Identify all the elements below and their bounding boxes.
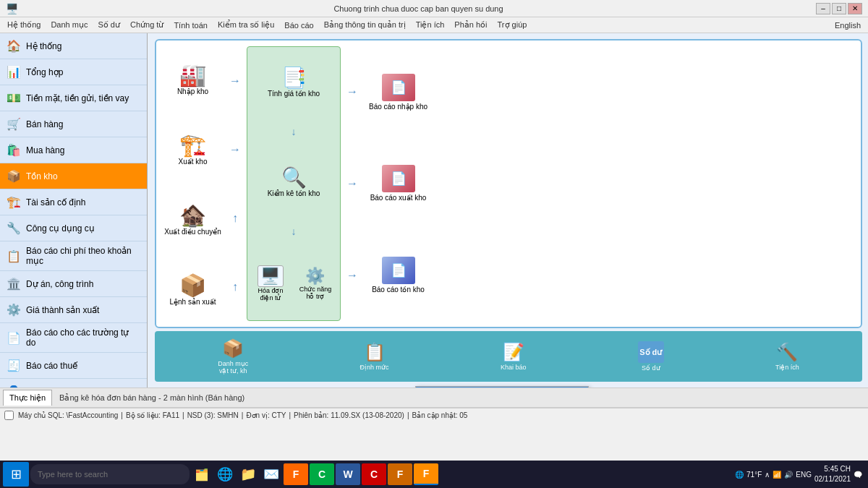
duancongtinh-icon: 🏛️ [6, 276, 22, 292]
menu-sodu[interactable]: Số dư [93, 19, 124, 31]
sidebar-item-baocaochiphi[interactable]: 📋 Báo cáo chi phí theo khoản mục [0, 241, 147, 271]
sidebar-tonkho-label: Tồn kho [26, 171, 58, 181]
taskbar-temp: 71°F [746, 471, 762, 479]
sidebar-congcu-label: Công cụ dụng cụ [26, 223, 95, 234]
chucnang-item[interactable]: ⚙️ Chức năng hỗ trợ [294, 265, 337, 301]
sidebar-thuethunhap-label: Thuế thu nhập cá nhân [26, 387, 116, 388]
strip-danhmuc-label: Danh mụcvật tư, kh [218, 360, 248, 374]
lenhsanxuat-icon: 📦 [179, 273, 206, 298]
sidebar-tienmat-label: Tiền mặt, tiền gửi, tiền vay [26, 93, 129, 103]
xuatdieuchiyen-item[interactable]: 🏚️ Xuất điều chuyển [162, 201, 224, 237]
nhapkho-item[interactable]: 🏭 Nhập kho [162, 61, 224, 97]
sidebar-item-duancongtinh[interactable]: 🏛️ Dự án, công trình [0, 271, 147, 297]
fast2-app[interactable]: F [388, 463, 412, 485]
menu-tienich[interactable]: Tiện ích [412, 19, 449, 31]
mail-button[interactable]: ✉️ [260, 462, 282, 487]
sidebar-giathanh-label: Giá thành sản xuất [26, 305, 99, 315]
taisan-icon: 🏗️ [6, 194, 22, 210]
tingia-item[interactable]: 📑 Tính giá tồn kho [266, 64, 321, 99]
dropdown-item-danhmuchangho[interactable]: Danh mục hàng hoá, vật tư [416, 387, 588, 388]
strip-dinhmuc[interactable]: 📋 Định mức [360, 342, 389, 371]
sidebar-item-baocaotudo[interactable]: 📄 Báo cáo cho các trường tự do [0, 323, 147, 353]
taskbar-chevron[interactable]: ∧ [765, 471, 770, 479]
menu-danhmuc[interactable]: Danh mục [46, 19, 92, 31]
baocaonhapkho-label: Báo cáo nhập kho [369, 103, 427, 111]
menu-phanhoi[interactable]: Phản hồi [450, 19, 491, 31]
menu-tinhtoan[interactable]: Tính toán [169, 20, 211, 31]
status-bosodieu: Bộ số liệu: FA11 [126, 411, 179, 419]
sidebar-item-congcu[interactable]: 🔧 Công cụ dụng cụ [0, 215, 147, 241]
tab-thuchien[interactable]: Thực hiện [3, 390, 52, 406]
menu-trogiup[interactable]: Trợ giúp [493, 19, 532, 31]
strip-danhmuc[interactable]: 📦 Danh mụcvật tư, kh [218, 338, 248, 374]
baocaoxuatkho-item[interactable]: 📄 Báo cáo xuất kho [369, 163, 428, 203]
sidebar-item-tienmat[interactable]: 💵 Tiền mặt, tiền gửi, tiền vay [0, 85, 147, 111]
sidebar-item-hethong[interactable]: 🏠 Hệ thống [0, 33, 147, 59]
baocaonhapkho-item[interactable]: 📄 Báo cáo nhập kho [367, 72, 429, 112]
citrix-app[interactable]: C [310, 463, 334, 485]
strip-dinhmuc-icon: 📋 [364, 342, 386, 362]
strip-tienich[interactable]: 🔨 Tiện ích [775, 342, 799, 371]
baocaochiphi-icon: 📋 [6, 248, 22, 264]
baocaotudo-icon: 📄 [6, 330, 22, 346]
minimize-button[interactable]: – [816, 3, 830, 14]
word-app[interactable]: W [336, 463, 360, 485]
language-selector[interactable]: English [830, 20, 865, 31]
tab-content: Bảng kê hóa đơn bán hàng - 2 màn hình (B… [55, 392, 249, 404]
arrow3: ↑ [232, 212, 238, 225]
strip-sodu[interactable]: Số dư Số dư [638, 341, 664, 372]
lenhsanxuat-item[interactable]: 📦 Lệnh sản xuất [162, 271, 224, 307]
sidebar-item-tonkho[interactable]: 📦 Tồn kho [0, 163, 147, 189]
close-button[interactable]: ✕ [848, 3, 862, 14]
taskbar-notification-icon[interactable]: 🗨️ [854, 471, 862, 479]
tab-bar: Thực hiện Bảng kê hóa đơn bán hàng - 2 m… [0, 388, 868, 408]
menu-kiemtra[interactable]: Kiểm tra số liệu [213, 19, 278, 31]
sidebar-item-muahang[interactable]: 🛍️ Mua hàng [0, 137, 147, 163]
strip-sodu-icon: Số dư [638, 341, 664, 363]
fast1-app[interactable]: F [284, 463, 308, 485]
kiemke-item[interactable]: 🔍 Kiểm kê tồn kho [266, 164, 322, 199]
nhapkho-icon: 🏭 [179, 62, 206, 87]
baocaotonkho-label: Báo cáo tồn kho [372, 286, 425, 294]
sidebar-item-baocaothue[interactable]: 🧾 Báo cáo thuế [0, 353, 147, 379]
mid-row: 🔍 Kiểm kê tồn kho [266, 164, 322, 199]
xuatkho-item[interactable]: 🏗️ Xuất kho [162, 131, 224, 167]
taskbar-search[interactable] [30, 464, 190, 484]
status-sql: Máy chủ SQL: \FastAccounting [18, 411, 118, 419]
sidebar-item-banhang[interactable]: 🛒 Bán hàng [0, 111, 147, 137]
menu-bangthongtin[interactable]: Bảng thông tin quản trị [320, 19, 410, 31]
start-button[interactable]: ⊞ [3, 462, 29, 487]
sidebar-hethong-label: Hệ thống [26, 41, 61, 51]
thuethunhap-icon: 👤 [6, 384, 22, 388]
sidebar-item-taisan[interactable]: 🏗️ Tài sản cố định [0, 189, 147, 215]
status-checkbox[interactable] [4, 411, 14, 420]
arrow-col-2: → → → [345, 46, 359, 321]
sidebar-item-thuethunhap[interactable]: 👤 Thuế thu nhập cá nhân [0, 379, 147, 388]
taskbar-speaker-icon: 🔊 [784, 471, 793, 479]
maximize-button[interactable]: □ [832, 3, 846, 14]
fast3-app[interactable]: F [414, 463, 438, 485]
explorer-button[interactable]: 📁 [237, 462, 259, 487]
hoadon-item[interactable]: 🖥️ Hóa đơn điện tử [250, 264, 291, 303]
baocaotonkho-item[interactable]: 📄 Báo cáo tồn kho [370, 255, 426, 295]
sidebar-item-giathanh[interactable]: ⚙️ Giá thành sản xuất [0, 297, 147, 323]
strip-sodu-label: Số dư [642, 364, 660, 372]
c2-app[interactable]: C [362, 463, 386, 485]
menu-hethong[interactable]: Hệ thống [3, 19, 45, 31]
lenhsanxuat-label: Lệnh sản xuất [169, 298, 216, 306]
app-icon: 🖥️ [6, 3, 18, 14]
strip-khaibao-icon: 📝 [503, 342, 524, 362]
menu-chungtu[interactable]: Chứng từ [126, 19, 168, 31]
status-sep5: | [407, 411, 409, 419]
edge-button[interactable]: 🌐 [214, 462, 236, 487]
hoadon-label: Hóa đơn điện tử [252, 287, 289, 301]
status-donvi: Đơn vị: CTY [246, 411, 286, 419]
baocaotonkho-icon: 📄 [382, 257, 415, 284]
strip-tienich-icon: 🔨 [776, 342, 798, 362]
strip-danhmuc-icon: 📦 [222, 338, 244, 359]
middle-green-box: 📑 Tính giá tồn kho ↓ 🔍 Kiểm kê tồn kho ↓ [247, 46, 341, 321]
menu-baocao[interactable]: Báo cáo [280, 20, 318, 31]
sidebar-item-tonghop[interactable]: 📊 Tổng hợp [0, 59, 147, 85]
taskview-button[interactable]: 🗂️ [191, 462, 213, 487]
strip-khaibao[interactable]: 📝 Khai báo [501, 342, 527, 371]
